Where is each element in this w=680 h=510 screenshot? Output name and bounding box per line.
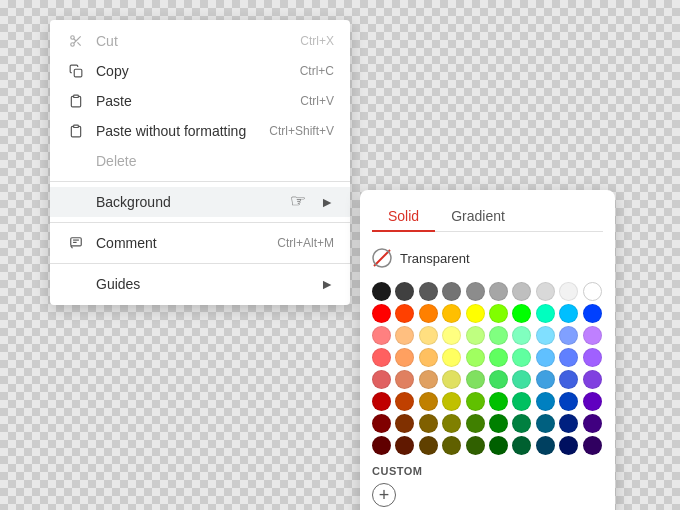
svg-rect-5 (74, 69, 82, 77)
color-swatch[interactable] (536, 436, 555, 455)
color-swatch[interactable] (559, 304, 578, 323)
color-grid (372, 282, 603, 455)
color-swatch[interactable] (536, 414, 555, 433)
color-swatch[interactable] (372, 326, 391, 345)
color-swatch[interactable] (419, 282, 438, 301)
color-swatch[interactable] (395, 392, 414, 411)
color-swatch[interactable] (395, 414, 414, 433)
menu-item-guides[interactable]: Guides ► (50, 269, 350, 299)
color-swatch[interactable] (419, 326, 438, 345)
color-swatch[interactable] (466, 370, 485, 389)
color-swatch[interactable] (395, 282, 414, 301)
color-swatch[interactable] (419, 436, 438, 455)
color-swatch[interactable] (419, 370, 438, 389)
color-swatch[interactable] (466, 282, 485, 301)
svg-line-3 (77, 42, 80, 45)
color-swatch[interactable] (583, 304, 602, 323)
menu-item-cut[interactable]: Cut Ctrl+X (50, 26, 350, 56)
menu-item-background[interactable]: Background ► ☞ (50, 187, 350, 217)
color-swatch[interactable] (559, 348, 578, 367)
color-swatch[interactable] (489, 414, 508, 433)
color-swatch[interactable] (372, 436, 391, 455)
color-swatch[interactable] (489, 348, 508, 367)
color-swatch[interactable] (442, 304, 461, 323)
color-swatch[interactable] (466, 436, 485, 455)
menu-item-paste-noformat[interactable]: Paste without formatting Ctrl+Shift+V (50, 116, 350, 146)
menu-item-paste[interactable]: Paste Ctrl+V (50, 86, 350, 116)
color-swatch[interactable] (442, 392, 461, 411)
color-swatch[interactable] (583, 326, 602, 345)
color-swatch[interactable] (489, 392, 508, 411)
color-swatch[interactable] (442, 326, 461, 345)
color-swatch[interactable] (559, 436, 578, 455)
color-swatch[interactable] (583, 282, 602, 301)
color-swatch[interactable] (583, 392, 602, 411)
color-swatch[interactable] (559, 392, 578, 411)
transparent-row[interactable]: Transparent (372, 244, 603, 272)
color-swatch[interactable] (512, 326, 531, 345)
color-swatch[interactable] (536, 392, 555, 411)
color-swatch[interactable] (489, 282, 508, 301)
menu-item-copy[interactable]: Copy Ctrl+C (50, 56, 350, 86)
color-swatch[interactable] (489, 436, 508, 455)
color-swatch[interactable] (395, 326, 414, 345)
color-swatch[interactable] (466, 414, 485, 433)
add-custom-button[interactable]: + (372, 483, 396, 507)
color-swatch[interactable] (559, 282, 578, 301)
color-swatch[interactable] (536, 370, 555, 389)
color-swatch[interactable] (466, 326, 485, 345)
color-swatch[interactable] (583, 348, 602, 367)
color-swatch[interactable] (512, 304, 531, 323)
color-swatch[interactable] (466, 392, 485, 411)
svg-line-11 (374, 250, 390, 266)
color-swatch[interactable] (559, 326, 578, 345)
color-swatch[interactable] (489, 326, 508, 345)
color-swatch[interactable] (536, 304, 555, 323)
color-swatch[interactable] (512, 436, 531, 455)
tab-gradient[interactable]: Gradient (435, 202, 521, 232)
color-swatch[interactable] (536, 282, 555, 301)
color-swatch[interactable] (559, 370, 578, 389)
color-swatch[interactable] (372, 348, 391, 367)
color-swatch[interactable] (419, 348, 438, 367)
color-swatch[interactable] (395, 304, 414, 323)
menu-item-comment[interactable]: Comment Ctrl+Alt+M (50, 228, 350, 258)
color-swatch[interactable] (512, 282, 531, 301)
color-swatch[interactable] (442, 282, 461, 301)
color-swatch[interactable] (395, 436, 414, 455)
color-swatch[interactable] (395, 348, 414, 367)
tab-solid[interactable]: Solid (372, 202, 435, 232)
color-swatch[interactable] (559, 414, 578, 433)
menu-item-delete[interactable]: Delete (50, 146, 350, 176)
color-swatch[interactable] (419, 304, 438, 323)
cut-shortcut: Ctrl+X (300, 34, 334, 48)
color-swatch[interactable] (466, 348, 485, 367)
color-swatch[interactable] (395, 370, 414, 389)
paste-icon (66, 94, 86, 108)
color-swatch[interactable] (512, 348, 531, 367)
color-swatch[interactable] (512, 414, 531, 433)
color-swatch[interactable] (489, 304, 508, 323)
color-swatch[interactable] (442, 414, 461, 433)
color-swatch[interactable] (489, 370, 508, 389)
color-swatch[interactable] (372, 304, 391, 323)
color-swatch[interactable] (583, 414, 602, 433)
color-swatch[interactable] (372, 370, 391, 389)
color-swatch[interactable] (583, 370, 602, 389)
color-swatch[interactable] (442, 370, 461, 389)
color-swatch[interactable] (372, 282, 391, 301)
color-swatch[interactable] (442, 348, 461, 367)
color-swatch[interactable] (419, 392, 438, 411)
color-swatch[interactable] (536, 326, 555, 345)
color-swatch[interactable] (466, 304, 485, 323)
color-swatch[interactable] (536, 348, 555, 367)
color-swatch[interactable] (419, 414, 438, 433)
color-swatch[interactable] (512, 392, 531, 411)
color-swatch[interactable] (583, 436, 602, 455)
paste-shortcut: Ctrl+V (300, 94, 334, 108)
color-swatch[interactable] (372, 414, 391, 433)
color-swatch[interactable] (442, 436, 461, 455)
color-swatch[interactable] (512, 370, 531, 389)
paste-label: Paste (96, 93, 280, 109)
color-swatch[interactable] (372, 392, 391, 411)
